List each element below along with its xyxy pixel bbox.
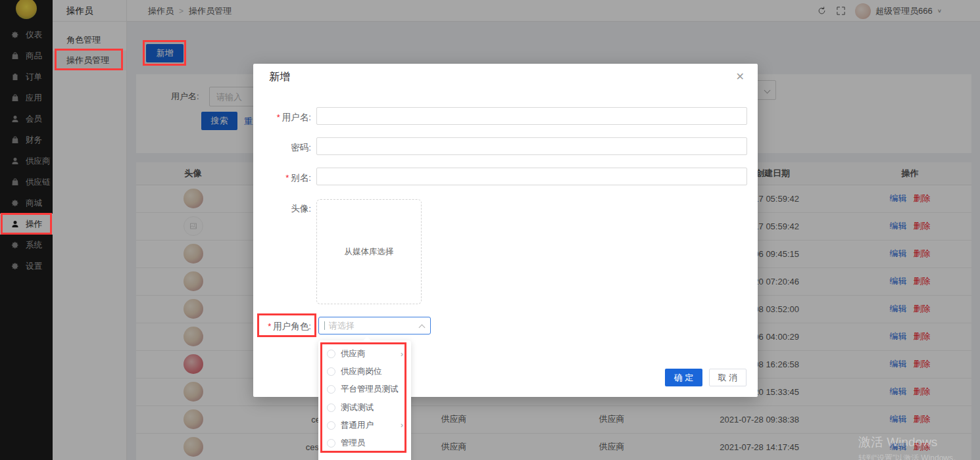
username-input[interactable] [316,107,747,125]
avatar-label: 头像: [253,203,311,215]
role-option-普通用户[interactable]: 普通用户 [318,417,411,434]
role-option-管理员[interactable]: 管理员 [318,434,411,452]
role-option-label: 平台管理员测试 [341,384,411,395]
close-icon[interactable]: ✕ [736,72,745,82]
radio-icon [327,421,335,430]
alias-label: *别名: [253,172,311,184]
chevron-right-icon [401,350,403,359]
role-select-placeholder: 请选择 [329,321,355,331]
role-select[interactable]: 请选择 [318,317,431,334]
role-option-label: 普通用户 [341,420,401,431]
radio-icon [327,385,335,394]
role-option-label: 供应商 [341,348,401,359]
app-root: 仪表商品订单应用会员财务供应商供应链商城操作系统设置 操作员 角色管理操作员管理… [0,0,980,460]
role-option-供应商[interactable]: 供应商 [318,345,411,363]
media-library-picker[interactable]: 从媒体库选择 [316,199,422,304]
required-marker: * [277,112,280,122]
modal-title: 新增 [269,70,290,84]
chevron-up-icon [419,325,426,331]
password-input[interactable] [316,137,747,155]
text-cursor [324,321,325,330]
cancel-button[interactable]: 取 消 [709,369,747,386]
required-marker: * [268,321,271,331]
radio-icon [327,403,335,412]
role-dropdown: 供应商供应商岗位平台管理员测试测试测试普通用户管理员 [318,340,411,460]
radio-icon [327,367,335,376]
role-option-list: 供应商供应商岗位平台管理员测试测试测试普通用户管理员 [318,345,411,452]
confirm-button[interactable]: 确 定 [665,369,702,386]
password-label: 密码: [253,142,311,154]
role-option-label: 管理员 [341,438,411,449]
role-option-供应商岗位[interactable]: 供应商岗位 [318,363,411,380]
alias-input[interactable] [316,168,747,185]
role-option-平台管理员测试[interactable]: 平台管理员测试 [318,380,411,398]
username-label: *用户名: [253,112,311,124]
chevron-right-icon [401,421,403,430]
radio-icon [327,350,335,358]
radio-icon [327,439,335,448]
role-option-label: 测试测试 [341,402,411,413]
role-option-测试测试[interactable]: 测试测试 [318,399,411,417]
required-marker: * [285,173,289,183]
role-label: *用户角色: [253,321,311,333]
role-option-label: 供应商岗位 [341,366,411,377]
